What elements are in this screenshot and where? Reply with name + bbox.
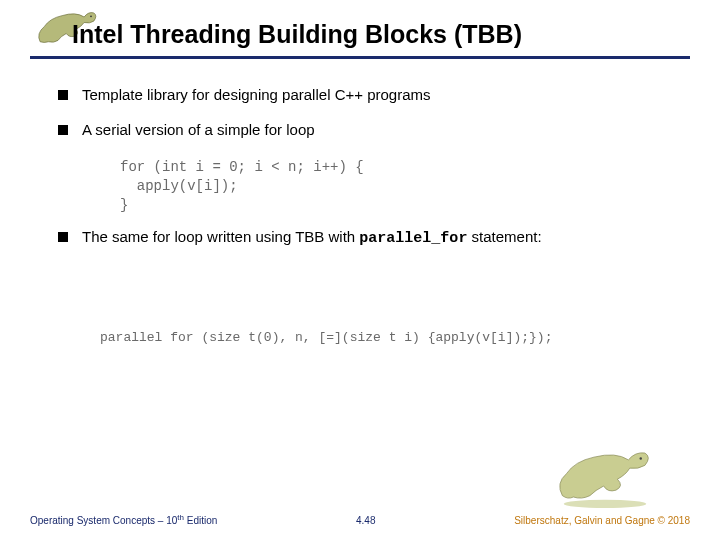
bullet-3-code: parallel_for xyxy=(359,230,467,247)
footer-right: Silberschatz, Galvin and Gagne © 2018 xyxy=(514,515,690,526)
code-parallel: parallel for (size t(0), n, [=](size t i… xyxy=(100,330,552,345)
bullet-1: Template library for designing parallel … xyxy=(58,86,678,103)
footer-left-pre: Operating System Concepts – 10 xyxy=(30,515,177,526)
slide-title: Intel Threading Building Blocks (TBB) xyxy=(72,20,522,49)
bullet-3-post: statement: xyxy=(467,228,541,245)
footer: Operating System Concepts – 10th Edition… xyxy=(30,513,690,526)
slide: Intel Threading Building Blocks (TBB) Te… xyxy=(0,0,720,540)
bullet-marker-icon xyxy=(58,90,68,100)
bullet-marker-icon xyxy=(58,125,68,135)
bullet-marker-icon xyxy=(58,232,68,242)
footer-left-sup: th xyxy=(177,513,184,522)
svg-point-2 xyxy=(640,457,642,459)
footer-center: 4.48 xyxy=(356,515,375,526)
svg-point-1 xyxy=(564,500,647,508)
bullet-2-text: A serial version of a simple for loop xyxy=(82,121,315,138)
bullet-3-pre: The same for loop written using TBB with xyxy=(82,228,359,245)
bullet-3: The same for loop written using TBB with… xyxy=(58,228,678,247)
title-underline xyxy=(30,56,690,59)
footer-left: Operating System Concepts – 10th Edition xyxy=(30,513,217,526)
bullet-2: A serial version of a simple for loop xyxy=(58,121,678,138)
bullet-1-text: Template library for designing parallel … xyxy=(82,86,431,103)
svg-point-0 xyxy=(90,15,92,17)
bullet-3-text: The same for loop written using TBB with… xyxy=(82,228,542,247)
dinosaur-bottom-icon xyxy=(550,440,660,510)
code-serial: for (int i = 0; i < n; i++) { apply(v[i]… xyxy=(120,158,364,215)
footer-left-post: Edition xyxy=(184,515,217,526)
